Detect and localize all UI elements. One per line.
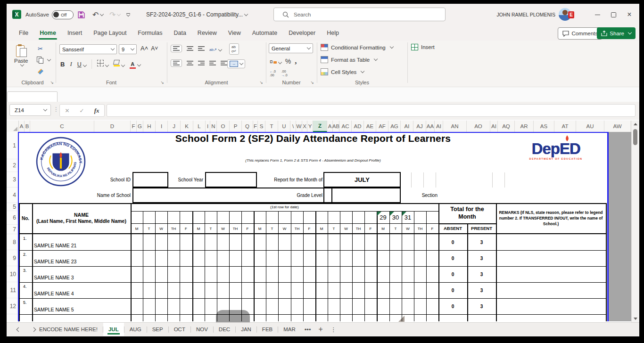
dialog-launcher-icon[interactable]: ↘ [259,80,263,85]
comma-style-button[interactable]: , [295,57,297,66]
prev-sheet-button[interactable] [12,328,25,331]
row-header-3[interactable]: 3 [7,172,18,188]
dialog-launcher-icon[interactable]: ↘ [160,80,164,85]
worksheet-area[interactable] [7,132,639,322]
row-header-8[interactable]: 8 [7,234,18,250]
column-header-I[interactable]: I [156,121,168,132]
ribbon-tab-formulas[interactable]: Formulas [132,25,168,41]
column-header-AQ[interactable]: AQ [498,121,515,132]
bold-button[interactable]: B [60,61,65,68]
dialog-launcher-icon[interactable]: ↘ [50,80,54,85]
column-header-AO[interactable]: AO [467,121,490,132]
column-header-U[interactable]: U [278,121,290,132]
row-header-11[interactable]: 11 [7,282,18,298]
excel-app-icon[interactable]: X [12,10,21,19]
vertical-scrollbar[interactable] [631,121,639,322]
ribbon-tab-home[interactable]: Home [34,25,62,41]
ribbon-tab-view[interactable]: View [223,25,247,41]
column-header-AA[interactable]: AA [426,121,435,132]
decrease-font-size-button[interactable]: A˅ [151,45,158,52]
column-header-AB[interactable]: AB [333,121,339,132]
column-header-S[interactable]: S [258,121,265,132]
row-header-5[interactable]: 5 [7,203,18,211]
font-color-button[interactable]: A [130,59,140,69]
column-header-F[interactable]: F [253,121,258,132]
format-painter-button[interactable] [38,69,43,74]
column-header-Z[interactable]: Z [313,121,327,132]
minimize-button[interactable] [590,4,604,25]
column-header-C[interactable]: C [30,121,94,132]
cell-styles-button[interactable]: Cell Styles [321,68,364,75]
column-header-AS[interactable]: AS [534,121,554,132]
ribbon-tab-data[interactable]: Data [168,25,191,41]
formula-bar-handle-icon[interactable]: ⋮ [53,106,59,113]
orientation-button[interactable]: ab↗ [209,44,222,53]
italic-button[interactable]: I [70,60,72,68]
align-center-button[interactable] [187,61,193,65]
column-header-AT[interactable]: AT [554,121,576,132]
cancel-button[interactable]: ✕ [65,107,70,114]
sheet-tab-oct[interactable]: OCT [169,323,190,336]
column-header-X[interactable]: X [302,121,307,132]
row-header-7[interactable]: 7 [7,225,18,234]
copy-button[interactable] [37,57,50,63]
column-header-Q[interactable]: Q [242,121,253,132]
sheet-tab-nov[interactable]: NOV [191,323,213,336]
column-header-v[interactable]: \ [290,121,296,132]
save-button[interactable] [77,4,85,25]
conditional-formatting-button[interactable]: Conditional Formatting [321,44,393,51]
row-header-9[interactable]: 9 [7,250,18,266]
column-header-I[interactable]: I [206,121,210,132]
document-title[interactable]: SF2-2024-2025_G1-6 - Compatibility... [146,4,248,25]
row-header-6[interactable]: 6 [7,211,18,225]
format-as-table-button[interactable]: Format as Table [321,56,377,63]
enter-button[interactable]: ✓ [80,107,84,114]
font-size-select[interactable]: 9 [119,44,137,54]
redo-button[interactable]: ↷ [109,4,120,25]
column-header-N[interactable]: N [210,121,217,132]
column-header-F[interactable]: F [131,121,137,132]
quick-access-more-button[interactable] [126,4,130,25]
name-box[interactable]: Z14 [9,104,51,116]
row-header-4[interactable]: 4 [7,188,18,203]
ribbon-tab-file[interactable]: File [13,25,34,41]
number-format-select[interactable]: General [269,43,313,53]
column-header-AF[interactable]: AF [376,121,388,132]
insert-function-button[interactable]: fx [94,107,99,114]
ribbon-tab-developer[interactable]: Developer [283,25,321,41]
comments-button[interactable]: Comments [558,27,603,40]
sheet-tab-sep[interactable]: SEP [147,323,168,336]
row-header-1[interactable]: 1 [7,132,18,159]
column-header-AI[interactable]: AI [435,121,443,132]
column-header-T[interactable]: T [265,121,278,132]
borders-button[interactable] [97,60,108,68]
column-header-AN[interactable]: AN [443,121,467,132]
column-header-O[interactable]: O [217,121,230,132]
column-header-W[interactable]: W [296,121,302,132]
cut-button[interactable]: ✂ [38,45,43,52]
column-header-AE[interactable]: AE [364,121,376,132]
undo-button[interactable]: ↶ [92,4,103,25]
ribbon-tab-page-layout[interactable]: Page Layout [88,25,132,41]
decrease-indent-button[interactable] [209,61,216,65]
font-name-select[interactable]: Sansserif [59,44,117,54]
column-header-AD[interactable]: AD [352,121,364,132]
column-header-AG[interactable]: AG [388,121,401,132]
column-header-AC[interactable]: AC [339,121,352,132]
align-middle-button[interactable] [187,46,193,51]
column-header-J[interactable]: J [168,121,181,132]
merge-center-button[interactable]: ↔ [227,59,245,68]
increase-indent-button[interactable] [221,61,227,65]
tabbar-menu-icon[interactable]: ⋮ [327,326,340,333]
paste-button[interactable]: Paste [14,44,28,66]
restore-button[interactable] [606,4,620,25]
user-name[interactable]: JOHN RAMEL PLOMENIS [497,4,555,25]
sheet-tab-jul[interactable]: JUL [103,323,124,336]
column-header-L[interactable]: L [193,121,206,132]
row-header-12[interactable]: 12 [7,298,18,314]
column-header-G[interactable]: G [137,121,143,132]
dialog-launcher-icon[interactable]: ↘ [310,80,314,85]
column-header-AI[interactable]: AI [490,121,498,132]
sheet-tab-jan[interactable]: JAN [236,323,256,336]
wrap-text-button[interactable]: abc↵ [229,43,239,55]
